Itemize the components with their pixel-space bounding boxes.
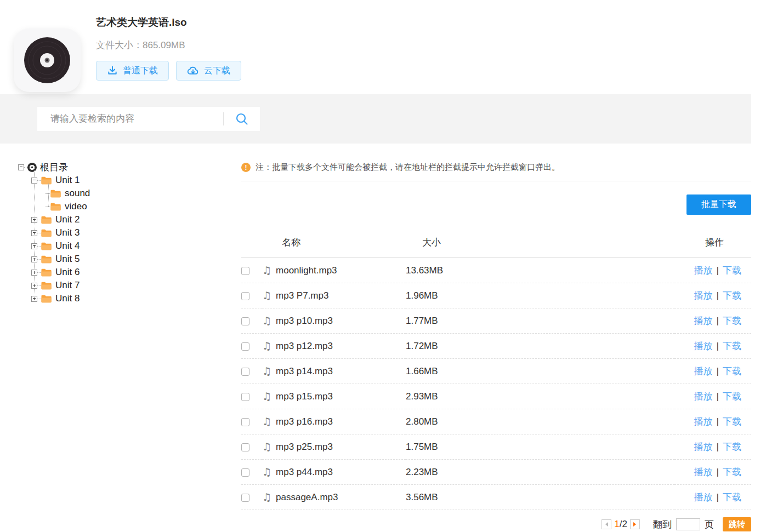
- tree-node-video[interactable]: video: [18, 200, 241, 213]
- tree-expander-plus-icon[interactable]: [31, 283, 37, 289]
- name-cell: ♫moonlight.mp3: [262, 258, 406, 283]
- tree-node-unit-7[interactable]: Unit 7: [18, 279, 241, 292]
- page-number-input[interactable]: [676, 518, 700, 530]
- play-link[interactable]: 播放: [694, 290, 713, 301]
- download-link[interactable]: 下载: [723, 442, 741, 452]
- batch-download-button[interactable]: 批量下载: [686, 195, 751, 215]
- checkbox-cell: [241, 283, 262, 308]
- ops-cell: 播放|下载: [674, 283, 751, 308]
- play-link[interactable]: 播放: [694, 492, 713, 502]
- download-link[interactable]: 下载: [723, 492, 741, 502]
- prev-arrow-icon: [603, 522, 608, 527]
- download-link[interactable]: 下载: [723, 467, 741, 477]
- download-link[interactable]: 下载: [723, 265, 741, 276]
- file-name: moonlight.mp3: [276, 265, 337, 276]
- tree-node-label[interactable]: Unit 2: [55, 214, 80, 225]
- search-input[interactable]: [37, 113, 223, 124]
- tree-expander-minus-icon[interactable]: [31, 178, 37, 184]
- size-cell: 13.63MB: [406, 258, 674, 283]
- row-checkbox[interactable]: [241, 443, 249, 451]
- file-size-value: 865.09MB: [143, 40, 185, 50]
- ops-cell: 播放|下载: [674, 460, 751, 485]
- file-size-label: 文件大小：: [96, 40, 143, 50]
- tree-node-unit-8[interactable]: Unit 8: [18, 292, 241, 305]
- page-indicator: 1/2: [614, 519, 627, 530]
- normal-download-button[interactable]: 普通下载: [96, 61, 169, 81]
- tree-node-unit-1[interactable]: Unit 1: [18, 174, 241, 187]
- search-button[interactable]: [224, 107, 260, 131]
- goto-label: 翻到: [653, 518, 672, 531]
- tree-expander-plus-icon[interactable]: [31, 230, 37, 236]
- tree-node-label[interactable]: sound: [65, 188, 90, 199]
- tree-expander-plus-icon[interactable]: [31, 256, 37, 262]
- file-panel: ! 注：批量下载多个文件可能会被拦截，请在地址栏的拦截提示中允许拦截窗口弹出。 …: [241, 144, 751, 531]
- tree-node-label[interactable]: Unit 7: [55, 280, 80, 291]
- row-checkbox[interactable]: [241, 494, 249, 502]
- file-title: 艺术类大学英语.iso: [96, 15, 241, 30]
- tree-node-label[interactable]: Unit 8: [55, 293, 80, 304]
- music-note-icon: ♫: [262, 416, 271, 427]
- cloud-download-button[interactable]: 云下载: [176, 61, 241, 81]
- row-checkbox[interactable]: [241, 393, 249, 401]
- tree-node-unit-4[interactable]: Unit 4: [18, 239, 241, 253]
- tree-node-根目录[interactable]: 根目录: [18, 161, 241, 174]
- play-link[interactable]: 播放: [694, 366, 713, 376]
- tree-node-label[interactable]: Unit 1: [55, 175, 80, 186]
- tree-node-label[interactable]: video: [65, 201, 87, 212]
- row-checkbox[interactable]: [241, 418, 249, 426]
- tree-node-sound[interactable]: sound: [18, 187, 241, 200]
- row-checkbox[interactable]: [241, 317, 249, 325]
- tree-expander-plus-icon[interactable]: [31, 296, 37, 302]
- tree-expander-plus-icon[interactable]: [31, 243, 37, 249]
- music-note-icon: ♫: [262, 290, 271, 301]
- file-name: passageA.mp3: [276, 492, 338, 503]
- play-link[interactable]: 播放: [694, 391, 713, 402]
- tree-node-unit-2[interactable]: Unit 2: [18, 213, 241, 226]
- tree-expander-plus-icon[interactable]: [31, 217, 37, 223]
- ops-separator: |: [717, 442, 719, 452]
- jump-button[interactable]: 跳转: [723, 517, 751, 531]
- tree-node-label[interactable]: 根目录: [40, 161, 68, 174]
- tree-expander-plus-icon[interactable]: [31, 270, 37, 276]
- row-checkbox[interactable]: [241, 292, 249, 300]
- tree-node-label[interactable]: Unit 3: [55, 227, 80, 238]
- row-checkbox[interactable]: [241, 468, 249, 477]
- tree-connector-line: [48, 184, 49, 207]
- download-link[interactable]: 下载: [723, 416, 741, 427]
- prev-page-button[interactable]: [602, 519, 611, 529]
- music-note-icon: ♫: [262, 341, 271, 351]
- table-row: ♫moonlight.mp313.63MB播放|下载: [241, 258, 751, 283]
- play-link[interactable]: 播放: [694, 442, 713, 452]
- table-row: ♫mp3 p10.mp31.77MB播放|下载: [241, 308, 751, 334]
- download-link[interactable]: 下载: [723, 366, 741, 376]
- tree-node-label[interactable]: Unit 6: [55, 267, 80, 278]
- size-cell: 1.75MB: [406, 434, 674, 460]
- play-link[interactable]: 播放: [694, 467, 713, 477]
- file-disc-icon: [14, 28, 81, 92]
- next-page-button[interactable]: [630, 519, 640, 529]
- play-link[interactable]: 播放: [694, 341, 713, 351]
- download-link[interactable]: 下载: [723, 391, 741, 402]
- file-name: mp3 p15.mp3: [276, 391, 333, 402]
- play-link[interactable]: 播放: [694, 416, 713, 427]
- ops-separator: |: [717, 341, 719, 351]
- tree-node-unit-6[interactable]: Unit 6: [18, 266, 241, 279]
- tree-node-unit-5[interactable]: Unit 5: [18, 253, 241, 266]
- row-checkbox[interactable]: [241, 368, 249, 376]
- row-checkbox[interactable]: [241, 342, 249, 351]
- checkbox-cell: [241, 258, 262, 283]
- tree-node-unit-3[interactable]: Unit 3: [18, 226, 241, 239]
- download-link[interactable]: 下载: [723, 290, 741, 301]
- table-row: ♫mp3 p16.mp32.80MB播放|下载: [241, 409, 751, 434]
- tree-expander-minus-icon[interactable]: [18, 164, 24, 170]
- play-link[interactable]: 播放: [694, 265, 713, 276]
- name-cell: ♫passageA.mp3: [262, 485, 406, 510]
- play-link[interactable]: 播放: [694, 316, 713, 326]
- size-cell: 2.93MB: [406, 384, 674, 409]
- checkbox-cell: [241, 409, 262, 434]
- download-link[interactable]: 下载: [723, 341, 741, 351]
- download-link[interactable]: 下载: [723, 316, 741, 326]
- tree-node-label[interactable]: Unit 5: [55, 254, 80, 265]
- row-checkbox[interactable]: [241, 267, 249, 275]
- tree-node-label[interactable]: Unit 4: [55, 241, 80, 251]
